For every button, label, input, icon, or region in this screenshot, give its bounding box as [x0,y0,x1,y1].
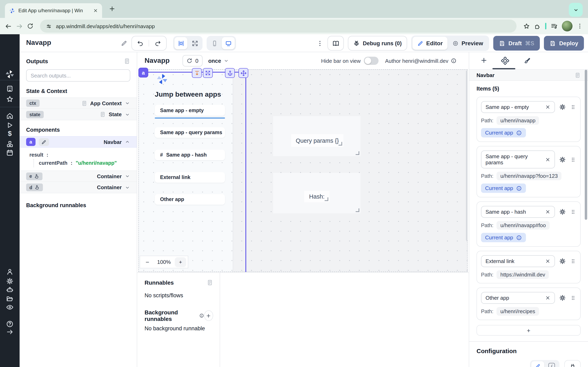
draft-button[interactable]: Draft ⌘S [493,36,540,50]
clear-icon[interactable] [545,209,550,215]
nav-link-external[interactable]: External link [155,172,225,183]
component-row-e[interactable]: e Container [20,170,137,182]
media-controls-icon[interactable] [550,22,558,30]
item-path[interactable]: u/henri/navapp#foo [497,221,550,230]
clear-icon[interactable] [545,259,550,264]
users-icon[interactable] [6,268,14,276]
insert-component-tab[interactable] [480,57,488,64]
clear-icon[interactable] [545,295,550,300]
info-icon[interactable] [451,58,457,64]
edit-id-pencil[interactable] [39,138,49,146]
panel-doc-icon[interactable] [207,279,213,286]
browser-tab[interactable]: Edit App u/henri/navapp | Win [5,3,102,18]
back-icon[interactable] [5,23,12,30]
redo-button[interactable] [149,40,166,47]
avatar[interactable] [562,21,572,31]
expression-mode-button[interactable]: ƒ [545,361,558,367]
hide-bar-toggle[interactable] [364,57,379,65]
favorites-star-icon[interactable] [6,95,14,103]
current-app-badge[interactable]: Current app [481,184,526,193]
home-icon[interactable] [6,112,14,120]
connect-plug-button[interactable] [564,360,581,367]
item-path[interactable]: u/henri/navapp?foo=123 [497,172,562,180]
canvas-scrollbar[interactable] [466,71,467,241]
item-settings-button[interactable] [559,258,566,265]
styling-tab[interactable] [523,57,531,64]
component-settings-tab[interactable] [501,57,509,65]
add-item-button[interactable]: + [476,325,581,336]
search-outputs-input[interactable] [26,69,130,82]
drag-handle[interactable] [570,156,576,162]
workers-robot-icon[interactable] [6,286,14,294]
query-params-text[interactable]: Query params {} [291,134,343,147]
tab-close-icon[interactable] [93,8,98,13]
reload-icon[interactable] [27,23,34,29]
chevron-down-icon[interactable] [125,100,130,106]
new-tab-button[interactable] [109,5,116,12]
zoom-in-button[interactable]: + [175,257,186,267]
output-row-ctx[interactable]: ctx App Context [20,98,137,109]
hash-text[interactable]: Hash: [304,191,329,202]
mobile-view-button[interactable] [208,37,221,49]
expand-component-button[interactable] [203,68,213,78]
rename-pencil-icon[interactable] [121,40,127,47]
preview-tab[interactable]: Preview [448,37,488,50]
forward-icon[interactable] [16,23,23,30]
docs-book-button[interactable] [328,36,344,50]
item-label-select[interactable]: Same app - empty [481,101,555,113]
component-row-d[interactable]: d Container [20,182,137,193]
item-label-select[interactable]: External link [481,255,555,267]
item-settings-button[interactable] [559,104,566,110]
output-row-state[interactable]: state State [20,109,137,120]
item-settings-button[interactable] [559,156,566,163]
item-label-select[interactable]: Other app [481,292,555,304]
extensions-icon[interactable] [534,23,541,30]
item-settings-button[interactable] [559,294,566,301]
drag-handle[interactable] [570,258,576,264]
static-mode-button[interactable] [531,361,544,367]
anchor-component-button[interactable] [225,68,235,78]
panel-doc-icon[interactable] [575,72,581,78]
resources-cubes-icon[interactable] [6,140,14,148]
more-menu-icon[interactable] [317,40,324,47]
item-path[interactable]: u/henri/recipes [497,307,539,316]
fill-height-button[interactable] [192,68,202,78]
app-canvas[interactable] [138,69,467,272]
windmill-logo[interactable] [5,69,15,79]
item-label-select[interactable]: Same app - hash [481,206,555,218]
drag-handle[interactable] [570,295,576,301]
chevron-down-icon[interactable] [125,173,130,179]
desktop-view-button[interactable] [222,37,235,49]
deploy-button[interactable]: Deploy [544,36,584,50]
panel-doc-icon[interactable] [124,58,130,64]
clear-icon[interactable] [545,104,550,110]
item-path[interactable]: u/henri/navapp [497,116,539,125]
info-icon[interactable] [199,313,204,318]
clear-icon[interactable] [545,157,550,162]
drag-handle[interactable] [570,104,576,110]
tab-search-button[interactable] [569,3,583,17]
chevron-down-icon[interactable] [125,184,130,190]
full-width-button[interactable] [188,37,201,49]
move-component-button[interactable] [238,68,248,78]
nav-link-empty[interactable]: Same app - empty [155,105,225,116]
centered-layout-button[interactable] [174,37,187,49]
nav-link-hash[interactable]: # Same app - hash [155,150,225,160]
folders-icon[interactable] [6,295,14,303]
drag-handle[interactable] [570,209,576,215]
component-row-navbar[interactable]: a Navbar [20,136,137,148]
undo-button[interactable] [132,40,149,47]
debug-runs-button[interactable]: Debug runs (0) [348,36,407,50]
workspace-icon[interactable] [6,85,14,92]
zoom-out-button[interactable]: − [142,259,153,266]
item-path[interactable]: https://windmill.dev [497,270,549,279]
collapse-arrow-icon[interactable] [6,328,13,336]
current-app-badge[interactable]: Current app [481,128,526,137]
variables-dollar-icon[interactable]: $ [8,130,12,138]
audit-eye-icon[interactable] [6,303,14,311]
refresh-count-button[interactable]: 0 [183,55,203,67]
help-icon[interactable] [6,320,14,328]
navbar-component-region[interactable] [139,70,233,272]
runs-play-icon[interactable] [6,122,13,129]
bookmark-star-icon[interactable] [523,23,530,30]
